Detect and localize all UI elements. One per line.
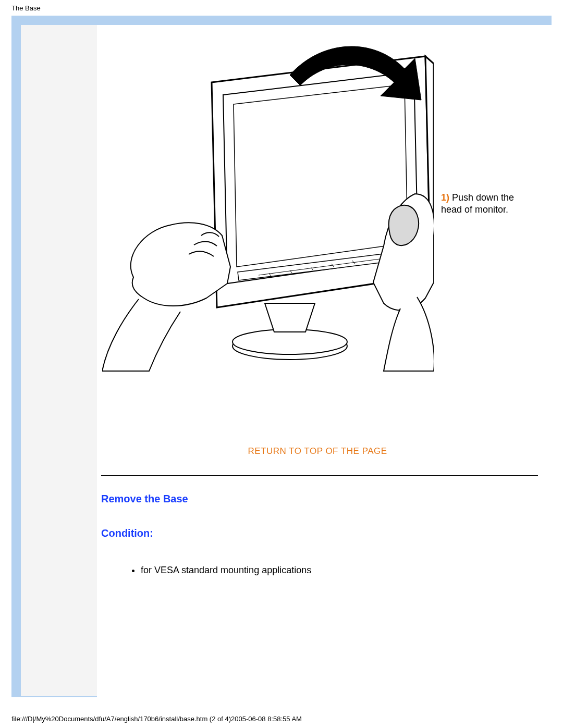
page-surface: 1) Push down the head of monitor. RETURN… (21, 25, 552, 697)
heading-remove-base: Remove the Base (101, 493, 188, 505)
step-text: Push down the head of monitor. (441, 192, 514, 215)
content-area: 1) Push down the head of monitor. RETURN… (97, 25, 552, 697)
illustration-wrap: 1) Push down the head of monitor. (102, 38, 538, 374)
monitor-svg (102, 38, 434, 374)
left-gutter (21, 25, 97, 697)
monitor-illustration (102, 38, 434, 374)
section-divider (101, 475, 538, 476)
return-to-top-link[interactable]: RETURN TO TOP OF THE PAGE (97, 446, 538, 456)
page-header: The Base (11, 4, 41, 12)
step-number: 1) (441, 192, 449, 203)
heading-condition: Condition: (101, 527, 153, 539)
svg-point-1 (232, 329, 347, 354)
step-caption: 1) Push down the head of monitor. (441, 192, 530, 215)
condition-list: for VESA standard mounting applications (120, 565, 538, 580)
page-frame: 1) Push down the head of monitor. RETURN… (11, 16, 552, 697)
page-footer: file:///D|/My%20Documents/dfu/A7/english… (11, 715, 302, 723)
list-item: for VESA standard mounting applications (141, 565, 538, 576)
